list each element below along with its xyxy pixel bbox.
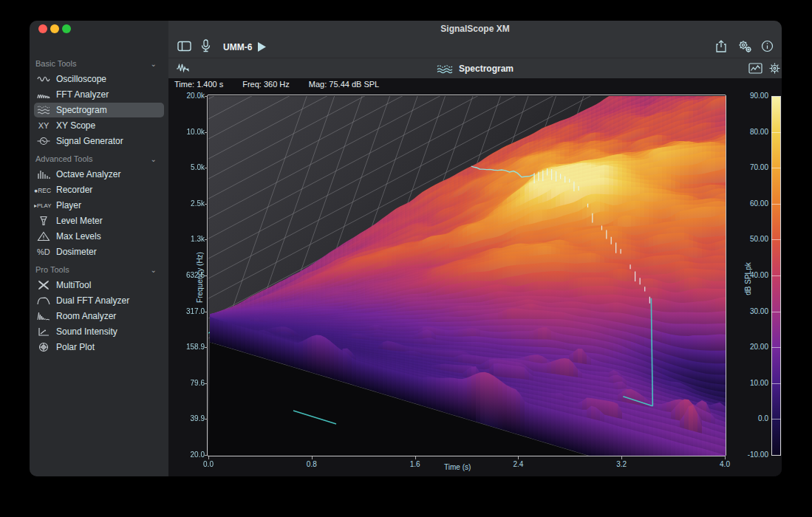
sidebar-item-recorder[interactable]: ●RECRecorder xyxy=(34,182,164,197)
title-bar: SignalScope XM xyxy=(168,21,782,37)
y-tick-label: 20.0k xyxy=(174,92,205,100)
y-tick-mark xyxy=(205,96,208,97)
plot-settings-gear-icon[interactable] xyxy=(768,62,781,75)
y-tick-mark xyxy=(205,312,208,312)
sidebar-item-spectrogram[interactable]: Spectrogram xyxy=(34,103,164,117)
y-tick-label: 317.0 xyxy=(174,307,205,315)
y-tick-label: 1.3k xyxy=(174,235,205,243)
sidebar-section-label: Pro Tools xyxy=(35,265,69,274)
sidebar-item-label: Octave Analyzer xyxy=(56,169,120,179)
analyzer-settings-gears-icon[interactable] xyxy=(737,40,752,53)
device-name[interactable]: UMM-6 xyxy=(223,41,252,53)
sidebar-item-label: Room Analyzer xyxy=(56,311,116,321)
sidebar-item-octave-analyzer[interactable]: Octave Analyzer xyxy=(34,167,164,182)
sidebar-item-polar-plot[interactable]: Polar Plot xyxy=(34,340,164,355)
sidebar-item-dosimeter[interactable]: %DDosimeter xyxy=(34,244,164,259)
sidebar-item-xy-scope[interactable]: XYXY Scope xyxy=(34,118,164,133)
sidebar-item-sound-intensity[interactable]: Sound Intensity xyxy=(34,324,164,339)
colorbar-tick-label: 80.00 xyxy=(736,128,768,136)
x-tick-mark xyxy=(208,456,209,459)
window-title: SignalScope XM xyxy=(168,21,782,37)
sidebar-item-label: MultiTool xyxy=(56,280,91,290)
svg-text:%D: %D xyxy=(37,247,50,256)
signal-generator-icon xyxy=(34,136,53,146)
sidebar-item-room-analyzer[interactable]: Room Analyzer xyxy=(34,309,164,323)
sidebar-item-signal-generator[interactable]: Signal Generator xyxy=(34,134,164,148)
colorbar-tick-mark xyxy=(771,275,781,276)
y-tick-label: 20.0 xyxy=(174,451,205,459)
colorbar-tick-mark xyxy=(771,239,781,240)
sidebar-toggle-icon[interactable] xyxy=(177,41,191,52)
colorbar-tick-label: 30.00 xyxy=(736,307,768,315)
sidebar-section-label: Advanced Tools xyxy=(35,154,92,163)
info-icon[interactable] xyxy=(761,40,774,52)
svg-text:▸PLAY: ▸PLAY xyxy=(34,202,52,209)
sidebar-item-label: Oscilloscope xyxy=(56,74,106,84)
sidebar-item-max-levels[interactable]: Max Levels xyxy=(34,229,164,244)
y-tick-mark xyxy=(205,204,208,205)
x-tick-mark xyxy=(415,456,416,459)
sidebar-item-player[interactable]: ▸PLAYPlayer xyxy=(34,198,164,213)
colorbar-tick-mark xyxy=(771,347,781,348)
chevron-down-icon[interactable]: ⌄ xyxy=(151,266,157,274)
sidebar-item-oscilloscope[interactable]: Oscilloscope xyxy=(34,72,164,86)
sidebar: Basic Tools⌄OscilloscopeFFT AnalyzerSpec… xyxy=(30,21,169,476)
chevron-down-icon[interactable]: ⌄ xyxy=(151,155,157,163)
sound-intensity-icon xyxy=(34,326,53,337)
colorbar-tick-label: 90.00 xyxy=(736,92,768,100)
x-tick-mark xyxy=(621,456,622,459)
level-meter-icon xyxy=(34,216,53,226)
sidebar-item-label: Recorder xyxy=(56,185,92,195)
chart-options-icon[interactable] xyxy=(748,63,762,74)
fft-analyzer-icon xyxy=(34,89,53,100)
svg-text:●REC: ●REC xyxy=(34,187,51,194)
sidebar-item-label: Sound Intensity xyxy=(56,326,117,337)
y-tick-mark xyxy=(205,383,208,384)
sidebar-item-label: Max Levels xyxy=(56,231,101,242)
sidebar-item-label: Polar Plot xyxy=(56,342,95,352)
colorbar-tick-label: -10.00 xyxy=(736,451,768,459)
sidebar-section-pro-tools[interactable]: Pro Tools⌄ xyxy=(35,264,163,275)
readout-time: Time: 1.400 s xyxy=(174,80,223,89)
colorbar-tick-label: 50.00 xyxy=(736,235,768,243)
sidebar-item-multitool[interactable]: MultiTool xyxy=(34,278,164,292)
x-tick-label: 3.2 xyxy=(611,460,632,468)
colorbar-tick-label: 10.00 xyxy=(736,379,768,387)
oscilloscope-icon xyxy=(34,74,53,84)
colorbar-tick-label: 60.00 xyxy=(736,199,768,208)
y-tick-mark xyxy=(205,455,208,456)
tool-title-label: Spectrogram xyxy=(459,64,514,74)
close-window-button[interactable] xyxy=(38,24,47,33)
minimize-window-button[interactable] xyxy=(50,24,59,33)
sidebar-section-label: Basic Tools xyxy=(35,59,76,68)
colorbar-tick-mark xyxy=(771,312,781,312)
sidebar-section-basic-tools[interactable]: Basic Tools⌄ xyxy=(35,58,163,69)
share-icon[interactable] xyxy=(715,40,727,53)
tool-title: Spectrogram xyxy=(168,58,782,79)
svg-text:XY: XY xyxy=(38,121,50,130)
sidebar-item-level-meter[interactable]: Level Meter xyxy=(34,213,164,228)
y-tick-label: 79.6 xyxy=(174,379,205,387)
waterfall-3d-plot[interactable] xyxy=(208,96,726,456)
y-tick-mark xyxy=(205,132,208,133)
colorbar-tick-mark xyxy=(771,383,781,384)
recorder-icon: ●REC xyxy=(34,185,53,195)
header-area: SignalScope XM UMM-6 xyxy=(168,21,782,78)
sidebar-section-advanced-tools[interactable]: Advanced Tools⌄ xyxy=(35,153,163,165)
x-tick-label: 1.6 xyxy=(405,460,426,468)
max-levels-icon xyxy=(34,231,53,242)
tool-header-bar: Spectrogram xyxy=(168,58,782,80)
zoom-window-button[interactable] xyxy=(62,24,71,33)
polar-plot-icon xyxy=(34,342,53,352)
chevron-down-icon[interactable]: ⌄ xyxy=(151,60,157,68)
microphone-icon[interactable] xyxy=(201,39,211,53)
sidebar-item-dual-fft-analyzer[interactable]: Dual FFT Analyzer xyxy=(34,293,164,308)
colorbar-tick-label: 70.00 xyxy=(736,163,768,171)
play-button[interactable] xyxy=(257,41,267,52)
player-icon: ▸PLAY xyxy=(34,200,53,210)
main-toolbar: UMM-6 xyxy=(168,37,782,58)
y-tick-mark xyxy=(205,347,208,348)
sidebar-item-fft-analyzer[interactable]: FFT Analyzer xyxy=(34,87,164,102)
colorbar-tick-label: 0.0 xyxy=(736,414,768,422)
spectrogram-icon xyxy=(34,105,53,115)
